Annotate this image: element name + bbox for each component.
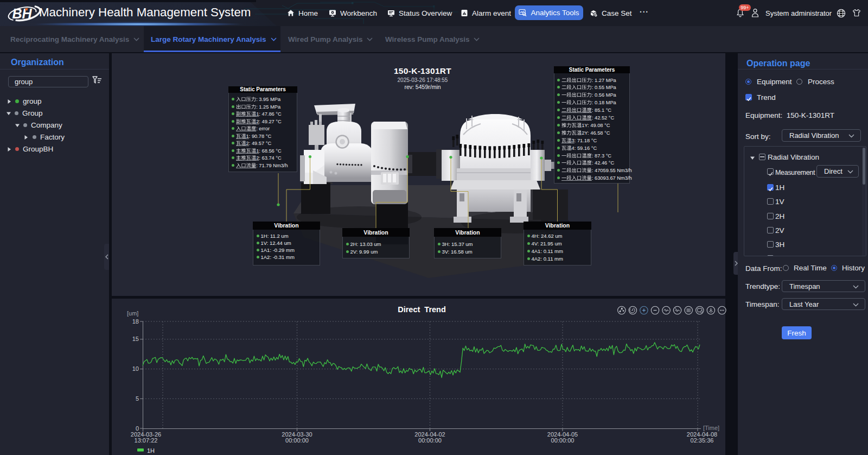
svg-text:2: 63.74 °C: 2: 63.74 °C [256,155,282,161]
svg-text:1H: 1H [147,447,155,454]
svg-text:3: 71.18 °C: 3: 71.18 °C [572,138,597,143]
svg-text:00:00:00: 00:00:00 [551,437,575,444]
svg-text:13:07:22: 13:07:22 [135,437,158,444]
svg-text:: 3.95 MPa: : 3.95 MPa [256,97,281,102]
svg-text:2: 49.27 °C: 2: 49.27 °C [256,119,282,124]
svg-text:2Y: 46.58 °C: 2Y: 46.58 °C [582,130,610,136]
svg-text:[um]: [um] [127,310,138,317]
svg-text:: 0.56 MPa: : 0.56 MPa [592,92,617,98]
svg-text:15: 15 [132,336,139,342]
svg-text:02:35:36: 02:35:36 [691,437,714,444]
svg-text:10: 10 [132,365,139,372]
svg-text:: 42.46 °C: : 42.46 °C [592,160,615,166]
svg-text:: 71.79 Nm3/h: : 71.79 Nm3/h [256,163,288,168]
svg-text:5: 5 [136,395,139,402]
svg-text:0: 0 [136,425,139,432]
svg-text:1: 68.56 °C: 1: 68.56 °C [256,148,282,154]
svg-text:BH: BH [12,6,33,21]
svg-text:1: 90.78 °C: 1: 90.78 °C [246,134,272,139]
svg-text:: error: : error [256,126,270,131]
svg-text:1Y: 49.08 °C: 1Y: 49.08 °C [582,123,610,128]
svg-text:: 87.3 °C: : 87.3 °C [592,153,612,159]
svg-text:: 85.1 °C: : 85.1 °C [592,108,612,113]
svg-text:: 47059.55 Nm3/h: : 47059.55 Nm3/h [592,168,632,173]
svg-text:: 63093.67 Nm3/h: : 63093.67 Nm3/h [592,175,632,181]
svg-text:00:00:00: 00:00:00 [285,437,309,444]
svg-text:00:00:00: 00:00:00 [418,437,442,444]
svg-text:1: 47.86 °C: 1: 47.86 °C [256,111,282,117]
svg-text:: 1.25 MPa: : 1.25 MPa [256,104,281,110]
svg-text:: 42.52 °C: : 42.52 °C [592,115,615,121]
svg-text:: 0.18 MPa: : 0.18 MPa [592,100,617,105]
svg-text:: 0.55 MPa: : 0.55 MPa [592,85,617,90]
svg-text:[Time]: [Time] [703,425,719,431]
svg-text:18: 18 [132,318,139,325]
svg-text:4: 59.16 °C: 4: 59.16 °C [572,146,597,151]
svg-text:2: 49.57 °C: 2: 49.57 °C [246,141,272,146]
svg-text:: 1.27 MPa: : 1.27 MPa [592,78,617,83]
